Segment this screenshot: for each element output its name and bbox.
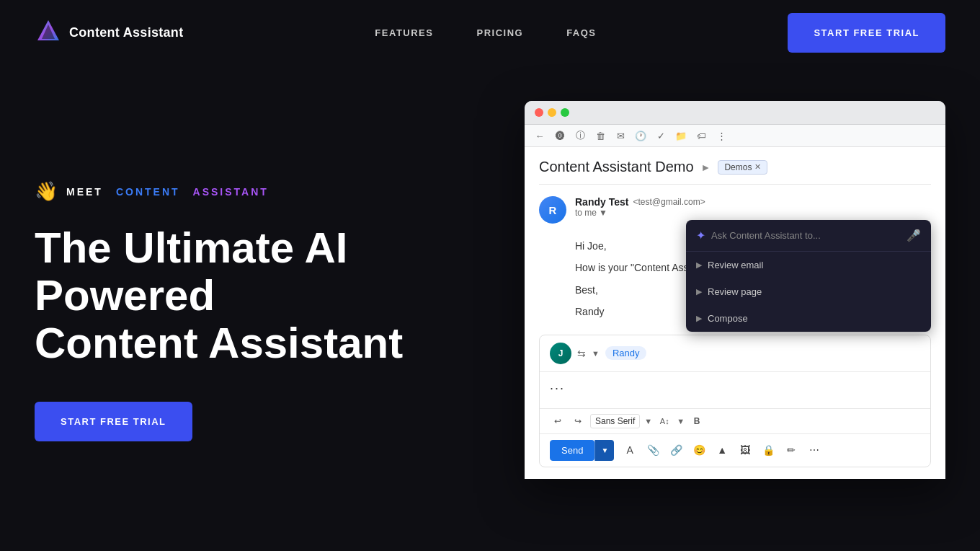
photo-icon[interactable]: 🖼: [735, 440, 755, 460]
sign-icon[interactable]: ✏: [781, 440, 801, 460]
eyebrow-emoji: 👋: [35, 180, 58, 203]
ai-input-placeholder[interactable]: Ask Content Assistant to...: [711, 230, 901, 241]
hero-title-line2: Content Assistant: [35, 319, 403, 367]
ai-menu-review-page[interactable]: ▶ Review page: [686, 278, 931, 305]
nav-link-features[interactable]: FEATURES: [375, 27, 433, 38]
undo-icon[interactable]: ↩: [550, 413, 566, 429]
sender-name: Randy Test: [575, 196, 628, 208]
redo-icon[interactable]: ↪: [570, 413, 586, 429]
nav-link-faqs[interactable]: FAQS: [566, 27, 596, 38]
folder-icon[interactable]: 📁: [674, 129, 687, 142]
reply-format-bar: ↩ ↪ Sans Serif ▼ A↕ ▼ B: [540, 408, 930, 433]
reply-arrows-icon: ⇆: [577, 348, 586, 359]
send-row: Send ▼ A 📎 🔗 😊 ▲ 🖼 🔒: [540, 433, 930, 467]
check-icon[interactable]: ✓: [654, 129, 667, 142]
traffic-light-yellow: [548, 108, 556, 117]
lock-icon[interactable]: 🔒: [758, 440, 778, 460]
eyebrow-meet: MEET: [66, 186, 103, 198]
emoji-icon[interactable]: 😊: [689, 440, 709, 460]
ai-menu-item-label-0: Review email: [708, 260, 763, 270]
nav-link-pricing[interactable]: PRICING: [476, 27, 523, 38]
ai-menu-item-label-2: Compose: [708, 313, 748, 324]
hero-cta-button[interactable]: START FREE TRIAL: [35, 402, 192, 441]
navbar: Content Assistant FEATURES PRICING FAQS …: [0, 0, 980, 65]
font-size-icon[interactable]: A↕: [656, 413, 672, 429]
font-select[interactable]: Sans Serif: [590, 414, 640, 428]
reply-avatar: J: [550, 343, 571, 364]
send-dropdown-button[interactable]: ▼: [594, 440, 614, 461]
send-button[interactable]: Send: [550, 440, 594, 461]
browser-window: ← ⓿ ⓘ 🗑 ✉ 🕐 ✓ 📁 🏷 ⋮ Content Assistant De…: [525, 101, 945, 479]
ai-chevron-icon-1: ▶: [696, 287, 702, 296]
send-button-group: Send ▼: [550, 440, 614, 461]
email-icon[interactable]: ✉: [614, 129, 627, 142]
reply-wrapper: J ⇆ ▼ Randy ... ↩ ↪ Sans Serif ▼: [539, 335, 931, 467]
compose-bottom-icons: A 📎 🔗 😊 ▲ 🖼 🔒 ✏ ⋯: [620, 440, 824, 460]
ai-menu-review-email[interactable]: ▶ Review email: [686, 252, 931, 278]
nav-cta-button[interactable]: START FREE TRIAL: [788, 13, 945, 53]
ai-menu-compose[interactable]: ▶ Compose: [686, 305, 931, 332]
demos-badge: Demos ✕: [718, 160, 767, 175]
reply-body[interactable]: ...: [540, 372, 930, 408]
info-icon[interactable]: ⓘ: [574, 129, 587, 142]
attach-icon[interactable]: 📎: [643, 440, 663, 460]
sender-avatar: R: [539, 196, 566, 224]
logo-text: Content Assistant: [69, 25, 183, 40]
email-content-area: Content Assistant Demo ► Demos ✕ R Randy…: [525, 147, 945, 479]
block-icon[interactable]: ⓿: [553, 129, 566, 142]
ai-mic-icon[interactable]: 🎤: [906, 229, 921, 242]
back-icon[interactable]: ←: [533, 129, 546, 142]
traffic-light-red: [535, 108, 543, 117]
sender-info: Randy Test <test@gmail.com> to me ▼: [575, 196, 931, 218]
to-me-label: to me ▼: [575, 208, 931, 218]
browser-chrome: [525, 101, 945, 125]
eyebrow-assistant: ASSISTANT: [193, 186, 269, 198]
reply-name-chip: Randy: [605, 346, 647, 360]
hero-title: The Ultimate AI Powered Content Assistan…: [35, 224, 510, 367]
reply-area: J ⇆ ▼ Randy ... ↩ ↪ Sans Serif ▼: [539, 335, 931, 467]
demos-badge-text: Demos: [724, 162, 752, 172]
reply-dropdown-icon[interactable]: ▼: [592, 349, 600, 358]
drive-icon[interactable]: ▲: [712, 440, 732, 460]
label-icon[interactable]: 🏷: [695, 129, 708, 142]
trash-icon[interactable]: 🗑: [594, 129, 607, 142]
email-subject-text: Content Assistant Demo: [539, 159, 694, 175]
demos-badge-close[interactable]: ✕: [754, 162, 761, 172]
ai-dropdown: ✦ Ask Content Assistant to... 🎤 ▶ Review…: [686, 220, 931, 332]
hero-left-content: 👋 MEET CONTENT ASSISTANT The Ultimate AI…: [35, 108, 510, 441]
traffic-light-green: [561, 108, 569, 117]
ai-input-row: ✦ Ask Content Assistant to... 🎤: [686, 220, 931, 252]
link-icon[interactable]: 🔗: [666, 440, 686, 460]
eyebrow-content: CONTENT: [116, 186, 180, 198]
ai-chevron-icon-0: ▶: [696, 260, 702, 270]
browser-mockup-wrapper: ← ⓿ ⓘ 🗑 ✉ 🕐 ✓ 📁 🏷 ⋮ Content Assistant De…: [525, 101, 945, 479]
bold-icon[interactable]: B: [689, 413, 705, 429]
arrow-icon: ►: [701, 162, 711, 173]
logo[interactable]: Content Assistant: [35, 19, 183, 46]
text-color-icon[interactable]: A: [620, 440, 640, 460]
hero-eyebrow: 👋 MEET CONTENT ASSISTANT: [35, 180, 510, 203]
browser-toolbar: ← ⓿ ⓘ 🗑 ✉ 🕐 ✓ 📁 🏷 ⋮: [525, 125, 945, 147]
ai-menu-item-label-1: Review page: [708, 286, 762, 297]
more-icon[interactable]: ⋮: [715, 129, 728, 142]
hero-section: 👋 MEET CONTENT ASSISTANT The Ultimate AI…: [0, 65, 980, 551]
hero-title-line1: The Ultimate AI Powered: [35, 224, 348, 319]
nav-links: FEATURES PRICING FAQS: [375, 27, 596, 38]
ai-chevron-icon-2: ▶: [696, 314, 702, 323]
sender-email: <test@gmail.com>: [633, 197, 705, 207]
ai-sparkle-icon: ✦: [696, 229, 705, 242]
reply-dots: ...: [550, 378, 565, 392]
more-compose-icon[interactable]: ⋯: [804, 440, 824, 460]
email-subject-bar: Content Assistant Demo ► Demos ✕: [539, 159, 931, 185]
reply-header: J ⇆ ▼ Randy: [540, 335, 930, 372]
clock-icon[interactable]: 🕐: [634, 129, 647, 142]
